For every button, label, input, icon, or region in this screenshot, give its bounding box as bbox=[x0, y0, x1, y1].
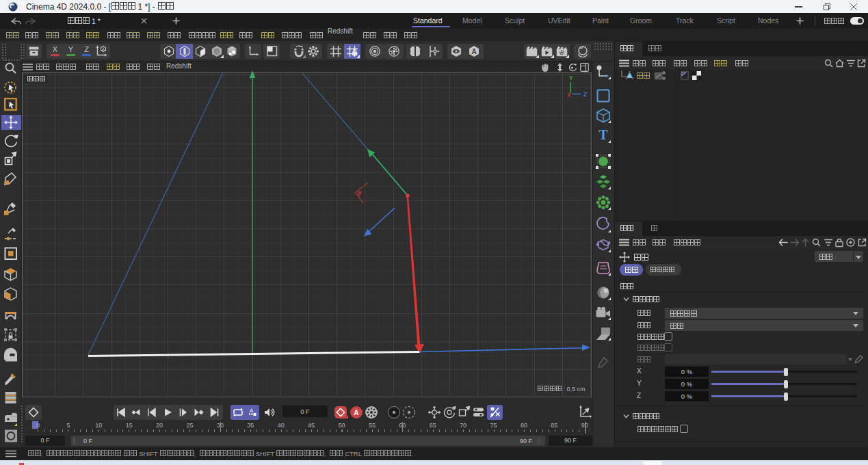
svg-text:A: A bbox=[250, 408, 253, 414]
svg-text:Z: Z bbox=[583, 91, 587, 98]
svg-text:X: X bbox=[567, 92, 571, 98]
svg-text:A: A bbox=[471, 48, 476, 55]
svg-text:A: A bbox=[354, 409, 358, 416]
svg-text:Y: Y bbox=[569, 75, 573, 81]
